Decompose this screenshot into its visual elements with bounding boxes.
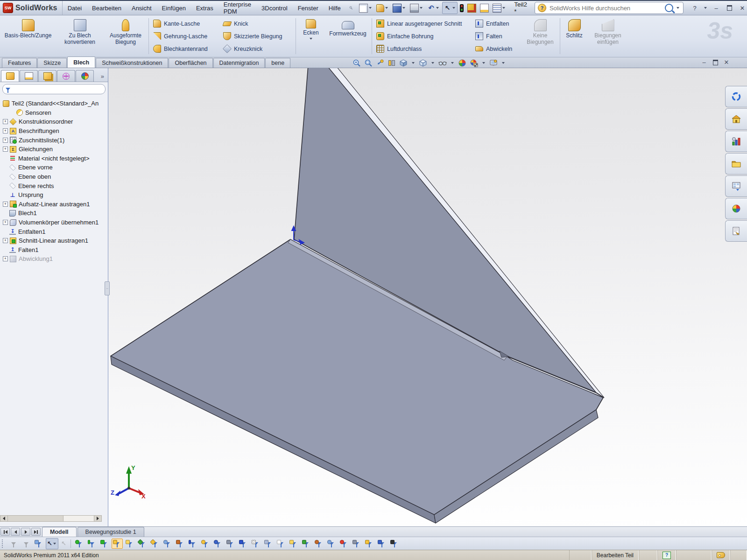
tab-features[interactable]: Features xyxy=(2,58,37,68)
gehrung-lasche-button[interactable]: Gehrung-Lasche xyxy=(150,30,220,42)
zoom-fit-icon[interactable] xyxy=(352,59,361,67)
filter-surface-finish-icon[interactable] xyxy=(263,539,274,549)
filter-weld-symbols-icon[interactable] xyxy=(313,539,324,549)
filter-notes-icon[interactable] xyxy=(288,539,299,549)
menu-fenster[interactable]: Fenster xyxy=(293,1,324,15)
tree-item-gleichungen[interactable]: + Gleichungen xyxy=(1,145,108,154)
toolbox-tab[interactable] xyxy=(725,131,747,152)
open-file-button[interactable] xyxy=(375,2,390,14)
prev-tab-button[interactable] xyxy=(11,528,20,536)
toolbar-grip[interactable] xyxy=(2,539,5,548)
zoom-area-icon[interactable] xyxy=(364,59,373,67)
doc-close-button[interactable]: ✕ xyxy=(723,59,730,66)
graphics-viewport[interactable]: Y X Z xyxy=(108,68,747,526)
filter-centerlines-icon[interactable] xyxy=(225,539,236,549)
first-tab-button[interactable] xyxy=(0,528,10,536)
select-tool-button[interactable]: ↖ xyxy=(442,2,458,14)
doc-minimize-button[interactable]: – xyxy=(700,59,708,66)
ausgeformte-biegung-button[interactable]: Ausgeformte Biegung xyxy=(104,15,148,57)
status-tag-cell[interactable] xyxy=(712,550,730,560)
expander-icon[interactable]: + xyxy=(3,238,8,243)
filter-center-marks-icon[interactable] xyxy=(212,539,224,549)
tree-filter-input[interactable] xyxy=(13,85,102,93)
tree-item-volumenkoerper-uebernehmen1[interactable]: + Volumenkörper übernehmen1 xyxy=(1,218,108,227)
menu-ansicht[interactable]: Ansicht xyxy=(127,1,157,15)
menu-extras[interactable]: Extras xyxy=(191,1,218,15)
panel-overflow-chevron[interactable]: » xyxy=(101,73,107,82)
featuremanager-tree-tab[interactable] xyxy=(1,70,19,82)
abwickeln-button[interactable]: Abwickeln xyxy=(472,42,521,55)
menu-einfuegen[interactable]: Einfügen xyxy=(157,1,191,15)
next-tab-button[interactable] xyxy=(21,528,30,536)
basis-blech-zunge-button[interactable]: Basis-Blech/Zunge xyxy=(0,15,56,57)
display-style-icon[interactable] xyxy=(419,59,427,67)
hide-show-items-icon[interactable] xyxy=(438,59,447,67)
filter-sketch-points-icon[interactable] xyxy=(162,539,173,549)
doc-restore-button[interactable] xyxy=(712,59,719,66)
zu-blech-konvertieren-button[interactable]: Zu Blech konvertieren xyxy=(56,15,104,57)
minimize-button[interactable]: – xyxy=(712,4,721,12)
skizzierte-biegung-button[interactable]: Skizzierte Biegung xyxy=(220,30,295,42)
tree-item-abwicklung1[interactable]: + Abwicklung1 xyxy=(1,254,108,264)
tab-oberflaechen[interactable]: Oberflächen xyxy=(169,58,212,68)
blechkantenrand-button[interactable]: Blechkantenrand xyxy=(150,42,220,55)
view-settings-icon[interactable] xyxy=(489,59,498,67)
knick-button[interactable]: Knick xyxy=(220,17,295,30)
expander-icon[interactable]: + xyxy=(3,138,8,143)
last-tab-button[interactable] xyxy=(31,528,41,536)
panel-splitter-handle[interactable]: ∙∙ xyxy=(105,281,110,295)
filter-dimensions-icon[interactable] xyxy=(238,539,249,549)
tab-ebene[interactable]: bene xyxy=(265,58,290,68)
tab-datenmigration[interactable]: Datenmigration xyxy=(213,58,265,68)
apply-scene-dropdown-icon[interactable] xyxy=(482,62,485,64)
expander-icon[interactable]: + xyxy=(3,202,8,207)
file-properties-button[interactable] xyxy=(479,2,490,14)
scrollbar-thumb[interactable] xyxy=(8,516,63,521)
custom-properties-tab[interactable] xyxy=(725,220,747,242)
apply-scene-icon[interactable] xyxy=(470,59,478,67)
save-button[interactable] xyxy=(391,2,408,14)
pin-menu-icon[interactable] xyxy=(349,4,353,12)
view-settings-dropdown-icon[interactable] xyxy=(502,62,505,64)
configuration-manager-tab[interactable] xyxy=(38,70,56,82)
tab-blech[interactable]: Blech xyxy=(67,56,95,68)
filter-edges-icon[interactable] xyxy=(86,539,98,549)
tree-item-blech1[interactable]: Blech1 xyxy=(1,209,108,218)
edit-appearance-icon[interactable] xyxy=(458,59,466,67)
filter-routing-points-icon[interactable] xyxy=(376,539,388,549)
menu-bearbeiten[interactable]: Bearbeiten xyxy=(87,1,127,15)
tags-icon[interactable] xyxy=(717,552,725,558)
help-search-box[interactable]: ? xyxy=(535,2,684,14)
tree-item-falten1[interactable]: Falten1 xyxy=(1,245,108,255)
display-style-dropdown-icon[interactable] xyxy=(431,62,434,64)
tree-item-beschriftungen[interactable]: + Beschriftungen xyxy=(1,126,108,136)
interrupt-stoplight-button[interactable] xyxy=(458,2,465,14)
tab-schweisskonstruktionen[interactable]: Schweißkonstruktionen xyxy=(96,58,168,68)
close-button[interactable]: ✕ xyxy=(738,4,747,12)
help-button[interactable]: ? xyxy=(690,4,699,12)
new-file-button[interactable] xyxy=(358,2,374,14)
filter-midpoints-icon[interactable] xyxy=(200,539,211,549)
quick-tips-icon[interactable]: ? xyxy=(662,552,671,559)
help-search-input[interactable] xyxy=(549,4,662,12)
model-tab[interactable]: Modell xyxy=(42,527,77,537)
entfalten-button[interactable]: Entfalten xyxy=(472,17,521,30)
tree-item-konstruktionsordner[interactable]: + Konstruktionsordner xyxy=(1,117,108,126)
schlitz-button[interactable]: Schlitz xyxy=(561,15,587,57)
previous-view-icon[interactable] xyxy=(376,59,384,67)
appearances-tab[interactable] xyxy=(725,198,747,219)
filter-planes-icon[interactable] xyxy=(149,539,161,549)
search-dropdown-icon[interactable] xyxy=(677,7,679,9)
filter-vertices-icon[interactable] xyxy=(74,539,85,549)
formwerkzeug-button[interactable]: Formwerkzeug xyxy=(325,15,371,57)
menu-datei[interactable]: Datei xyxy=(63,1,87,15)
tree-item-zuschnittsliste[interactable]: + Zuschnittsliste(1) xyxy=(1,135,108,145)
expander-icon[interactable]: + xyxy=(3,256,8,261)
menu-3dcontrol[interactable]: 3Dcontrol xyxy=(256,1,293,15)
menu-hilfe[interactable]: Hilfe xyxy=(324,1,346,15)
filter-datum-targets-icon[interactable] xyxy=(338,539,350,549)
undo-button[interactable]: ↶ xyxy=(426,2,441,14)
rebuild-button[interactable] xyxy=(466,2,478,14)
tree-item-entfalten1[interactable]: Entfalten1 xyxy=(1,227,108,236)
tree-item-material[interactable]: Material <nicht festgelegt> xyxy=(1,154,108,163)
